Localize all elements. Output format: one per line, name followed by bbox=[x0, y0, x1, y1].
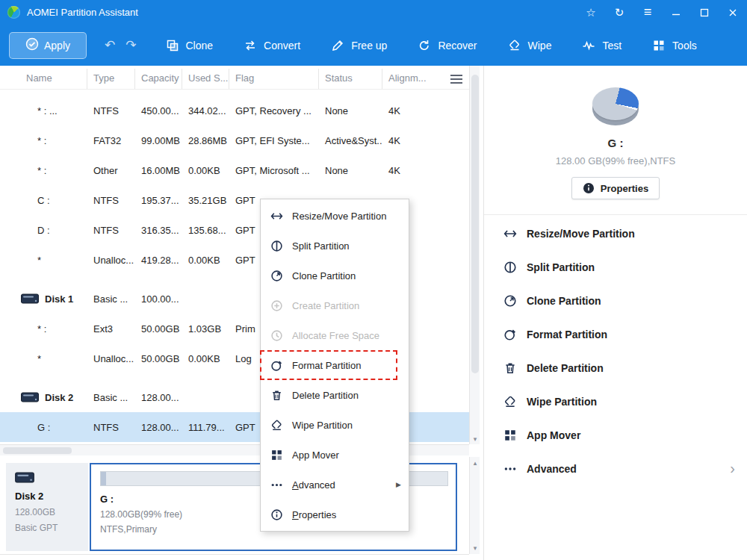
sidebar-app-mover[interactable]: App Mover bbox=[484, 418, 747, 452]
scroll-down-icon[interactable]: ▾ bbox=[470, 434, 480, 444]
convert-button[interactable]: Convert bbox=[237, 39, 307, 52]
app-logo-icon bbox=[7, 6, 20, 19]
hamburger-menu-icon[interactable]: ≡ bbox=[633, 0, 662, 25]
sidebar-actions: Resize/Move Partition Split Partition Cl… bbox=[484, 215, 747, 485]
sidebar-partition-name: G : bbox=[484, 137, 747, 149]
free-up-label: Free up bbox=[351, 40, 387, 52]
ellipsis-icon bbox=[503, 462, 517, 476]
menu-split-partition[interactable]: Split Partition bbox=[261, 231, 409, 261]
redo-icon[interactable]: ↷ bbox=[125, 37, 136, 53]
right-sidebar: G : 128.00 GB(99% free),NTFS Properties … bbox=[483, 66, 747, 560]
sidebar-clone-partition[interactable]: Clone Partition bbox=[484, 284, 747, 317]
free-up-icon bbox=[331, 39, 344, 52]
properties-button[interactable]: Properties bbox=[571, 177, 660, 199]
window-controls: ☆ ↻ ≡ bbox=[577, 0, 747, 25]
sidebar-wipe-partition[interactable]: Wipe Partition bbox=[484, 385, 747, 418]
clone-partition-icon bbox=[503, 294, 517, 308]
sidebar-split-partition[interactable]: Split Partition bbox=[484, 250, 747, 284]
info-icon bbox=[583, 182, 595, 194]
apply-check-icon bbox=[25, 37, 39, 53]
sidebar-partition-info: 128.00 GB(99% free),NTFS bbox=[484, 155, 747, 167]
disk2-info-card[interactable]: Disk 2 128.00GB Basic GPT bbox=[6, 463, 88, 551]
sidebar-resize-move-partition[interactable]: Resize/Move Partition bbox=[484, 217, 747, 250]
recover-button[interactable]: Recover bbox=[411, 39, 483, 52]
scrollbar-thumb[interactable] bbox=[3, 447, 72, 454]
app-grid-icon bbox=[270, 449, 283, 461]
test-button[interactable]: Test bbox=[575, 39, 628, 52]
split-icon bbox=[270, 240, 283, 252]
clone-icon bbox=[166, 39, 179, 52]
tools-button[interactable]: Tools bbox=[645, 39, 704, 52]
hard-disk-icon bbox=[21, 293, 39, 304]
resize-move-icon bbox=[503, 227, 517, 240]
scrollbar-thumb[interactable] bbox=[471, 75, 479, 373]
close-button[interactable] bbox=[719, 0, 747, 25]
table-row[interactable]: * : ... NTFS 450.00... 344.02... GPT, Re… bbox=[0, 96, 469, 125]
col-capacity[interactable]: Capacity bbox=[135, 69, 182, 89]
convert-label: Convert bbox=[264, 40, 300, 52]
convert-icon bbox=[244, 39, 257, 52]
resize-move-icon bbox=[270, 210, 283, 223]
eraser-icon bbox=[270, 419, 283, 432]
sidebar-format-partition[interactable]: Format Partition bbox=[484, 317, 747, 351]
wipe-button[interactable]: Wipe bbox=[501, 39, 559, 52]
menu-properties[interactable]: Properties bbox=[261, 500, 409, 529]
scroll-down-icon[interactable]: ▾ bbox=[470, 543, 480, 553]
menu-app-mover[interactable]: App Mover bbox=[261, 440, 409, 470]
minimize-button[interactable] bbox=[662, 0, 690, 25]
table-vertical-scrollbar[interactable]: ▾ bbox=[469, 66, 480, 444]
ellipsis-icon bbox=[270, 479, 283, 491]
apply-label: Apply bbox=[44, 40, 70, 52]
sidebar-delete-partition[interactable]: Delete Partition bbox=[484, 351, 747, 385]
menu-format-partition[interactable]: Format Partition bbox=[260, 350, 397, 380]
clock-icon bbox=[270, 329, 283, 342]
hard-disk-icon bbox=[15, 472, 88, 483]
clone-button[interactable]: Clone bbox=[159, 39, 220, 52]
clone-label: Clone bbox=[186, 40, 214, 52]
bottom-vertical-scrollbar[interactable]: ▴ ▾ bbox=[469, 457, 480, 554]
trash-icon bbox=[270, 389, 283, 402]
test-icon bbox=[582, 39, 595, 52]
menu-resize-move-partition[interactable]: Resize/Move Partition bbox=[261, 201, 409, 231]
sidebar-advanced[interactable]: Advanced › bbox=[484, 452, 747, 485]
table-row[interactable]: * : FAT32 99.00MB 28.86MB GPT, EFI Syste… bbox=[0, 125, 469, 155]
format-icon bbox=[503, 328, 517, 341]
maximize-button[interactable] bbox=[690, 0, 719, 25]
menu-create-partition: Create Partition bbox=[261, 290, 409, 320]
scroll-up-icon[interactable]: ▴ bbox=[470, 458, 480, 468]
trash-icon bbox=[503, 361, 517, 375]
wipe-label: Wipe bbox=[528, 40, 552, 52]
tools-icon bbox=[652, 39, 666, 52]
col-used[interactable]: Used S... bbox=[182, 69, 229, 89]
column-settings-icon[interactable] bbox=[450, 75, 462, 84]
col-align[interactable]: Alignm... bbox=[382, 69, 442, 89]
recover-label: Recover bbox=[438, 40, 477, 52]
col-type[interactable]: Type bbox=[87, 69, 135, 89]
split-icon bbox=[503, 261, 517, 274]
clone-partition-icon bbox=[270, 270, 283, 282]
menu-wipe-partition[interactable]: Wipe Partition bbox=[261, 410, 409, 440]
menu-delete-partition[interactable]: Delete Partition bbox=[261, 380, 409, 410]
disk-type: Basic GPT bbox=[15, 523, 88, 533]
col-name[interactable]: Name bbox=[0, 69, 87, 89]
table-header: Name Type Capacity Used S... Flag Status… bbox=[0, 69, 469, 90]
app-grid-icon bbox=[503, 429, 517, 442]
disk-capacity: 128.00GB bbox=[15, 507, 88, 517]
main-toolbar: Apply ↶ ↷ Clone Convert Free up Recover … bbox=[0, 25, 747, 66]
free-up-button[interactable]: Free up bbox=[324, 39, 394, 52]
context-menu: Resize/Move Partition Split Partition Cl… bbox=[260, 199, 409, 532]
eraser-icon bbox=[503, 395, 517, 408]
undo-icon[interactable]: ↶ bbox=[105, 37, 115, 53]
favorite-star-icon[interactable]: ☆ bbox=[577, 0, 605, 25]
title-bar: AOMEI Partition Assistant ☆ ↻ ≡ bbox=[0, 0, 747, 25]
col-status[interactable]: Status bbox=[319, 69, 382, 89]
wipe-icon bbox=[508, 39, 521, 52]
menu-advanced[interactable]: Advanced ▶ bbox=[261, 470, 409, 500]
chevron-right-icon: › bbox=[730, 460, 735, 477]
menu-clone-partition[interactable]: Clone Partition bbox=[261, 261, 409, 290]
recover-icon bbox=[418, 39, 431, 52]
table-row[interactable]: * : Other 16.00MB 0.00KB GPT, Microsoft … bbox=[0, 155, 469, 185]
update-sync-icon[interactable]: ↻ bbox=[605, 0, 633, 25]
apply-button[interactable]: Apply bbox=[9, 32, 87, 59]
col-flag[interactable]: Flag bbox=[229, 69, 319, 89]
